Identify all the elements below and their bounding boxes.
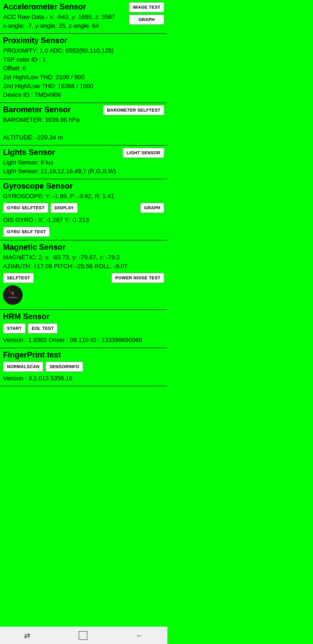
fingerprint-title: FingerPrint test <box>3 350 164 360</box>
fingerprint-section: FingerPrint test NORMALSCAN SENSORINFO V… <box>0 348 167 386</box>
compass-needle <box>7 288 13 295</box>
home-icon[interactable] <box>79 631 87 640</box>
barometer-selftest-button[interactable]: BAROMETER SELFTEST <box>103 105 164 115</box>
baro-buttons: BAROMETER SELFTEST <box>103 105 164 115</box>
mag-selftest-button[interactable]: SELFTEST <box>3 273 34 283</box>
baro-line2: ALTITUDE: -220.34 m <box>3 133 103 142</box>
gyro-line2: OIS GYRO : X: -1.267 Y: -1.213 <box>3 216 164 224</box>
normalscan-button[interactable]: NORMALSCAN <box>3 362 43 372</box>
hrm-section: HRM Sensor START EOL TEST Version : 1.83… <box>0 310 167 348</box>
gyro-btn-row2: GYRO SELF TEST <box>3 227 164 237</box>
gyro-self-test-button[interactable]: GYRO SELF TEST <box>3 227 50 237</box>
image-test-button[interactable]: IMAGE TEST <box>129 2 164 12</box>
content-area: Accelerometer Sensor ACC Raw Data - x: -… <box>0 0 167 406</box>
gyro-line1: GYROSCOPE: Y: -1.69, P: -3.92, R: 1.41 <box>3 192 164 201</box>
sensorinfo-button[interactable]: SENSORINFO <box>45 362 83 372</box>
prox-line4: 1st High/Low THD: 2100 / 900 <box>3 73 164 82</box>
mag-line2: AZIMUTH: 117.09 PITCH: -25.56 ROLL: -9.0… <box>3 262 164 271</box>
hrm-start-button[interactable]: START <box>3 323 26 334</box>
hrm-eol-button[interactable]: EOL TEST <box>28 323 58 334</box>
light-line2: Light Sensor: 11,19,12,16,49,7 (R,G,B,W) <box>3 167 116 176</box>
light-sensor-button[interactable]: LIGHT SENSOR <box>123 148 164 158</box>
fingerprint-version-line: Version : 3.2.013.5356.16 <box>3 374 164 383</box>
hrm-btn-row: START EOL TEST <box>3 323 164 334</box>
gyro-btn-row1: GYRO SELFTEST DISPLAY GRAPH <box>3 203 164 213</box>
gyro-selftest-button[interactable]: GYRO SELFTEST <box>3 203 48 213</box>
proximity-title: Proximity Sensor <box>3 36 164 45</box>
gyroscope-section: Gyroscope Sensor GYROSCOPE: Y: -1.69, P:… <box>0 179 167 240</box>
gyro-display-button[interactable]: DISPLAY <box>51 203 78 213</box>
acc-buttons: IMAGE TEST GRAPH <box>129 2 164 25</box>
mag-line1: MAGNETIC: 2, x: -83.73, y: -79.67, z: -7… <box>3 253 164 262</box>
gyroscope-title: Gyroscope Sensor <box>3 182 164 190</box>
prox-line6: Device ID : TMD4906 <box>3 90 164 100</box>
light-line1: Light Sensor: 8 lux <box>3 158 116 167</box>
prox-line3: Offset: 6 <box>3 64 164 73</box>
prox-line5: 2nd High/Low THD: 16368 / 1000 <box>3 82 164 91</box>
back-icon[interactable]: ← <box>136 631 143 640</box>
acc-graph-button[interactable]: GRAPH <box>129 14 164 25</box>
gyro-graph-button[interactable]: GRAPH <box>140 203 164 213</box>
magnetic-section: Magnetic Sensor MAGNETIC: 2, x: -83.73, … <box>0 240 167 310</box>
nav-bar: ⇄ ← <box>0 626 167 644</box>
accelerometer-section: Accelerometer Sensor ACC Raw Data - x: -… <box>0 0 167 34</box>
prox-line1: PROXIMITY: 1.0 ADC: 6552(90,110,125) <box>3 46 164 55</box>
prox-line2: TSP color ID : 1 <box>3 55 164 64</box>
barometer-section: Barometer Sensor BAROMETER: 1039.98 hPa … <box>0 103 167 146</box>
compass-container: 0 compass <box>3 285 164 306</box>
baro-line1: BAROMETER: 1039.98 hPa <box>3 116 103 124</box>
lights-buttons: LIGHT SENSOR <box>123 148 164 158</box>
compass: 0 compass <box>3 285 22 305</box>
lights-section: Lights Sensor Light Sensor: 8 lux Light … <box>0 146 167 179</box>
hrm-title: HRM Sensor <box>3 312 164 321</box>
fingerprint-btn-row: NORMALSCAN SENSORINFO <box>3 362 164 372</box>
power-noise-test-button[interactable]: POWER NOISE TEST <box>111 273 164 283</box>
proximity-section: Proximity Sensor PROXIMITY: 1.0 ADC: 655… <box>0 34 167 103</box>
recent-apps-icon[interactable]: ⇄ <box>24 631 30 640</box>
magnetic-title: Magnetic Sensor <box>3 242 164 252</box>
compass-text: 0 compass <box>8 291 17 299</box>
hrm-version-line: Version : 1.8302 Driver : 09.110 ID : 13… <box>3 336 164 345</box>
